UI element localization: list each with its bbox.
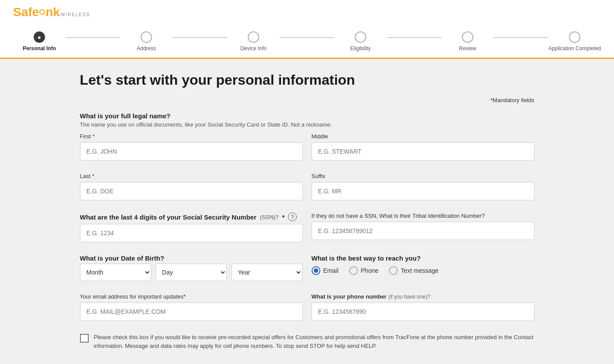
step-circle-personal-info: ● (34, 31, 45, 43)
step-label-eligibility: Eligibility (350, 45, 371, 52)
radio-email-label: Email (323, 267, 339, 274)
step-label-device-info: Device Info (240, 45, 267, 52)
step-personal-info[interactable]: ● Personal Info (13, 31, 66, 52)
radio-text-label: Text message (401, 267, 438, 274)
phone-input[interactable] (312, 302, 534, 321)
mandatory-label: *Mandatory fields (80, 97, 534, 103)
suffix-input[interactable] (312, 182, 534, 200)
phone-hint: (if you have one)? (388, 294, 430, 300)
ssn-question: What are the last 4 digits of your Socia… (80, 213, 257, 221)
suffix-col: Suffix (312, 173, 534, 200)
middle-label: Middle (312, 133, 534, 140)
dob-selects: Month JanuaryFebruaryMarch AprilMayJune … (80, 264, 303, 281)
radio-email-circle (312, 266, 320, 275)
phone-label: What is your phone number (312, 293, 387, 300)
page-title: Let's start with your personal informati… (80, 72, 534, 88)
full-name-hint: The name you use on official documents, … (80, 121, 534, 128)
month-select[interactable]: Month JanuaryFebruaryMarch AprilMayJune … (80, 264, 151, 281)
stepper: ● Personal Info Address Device Info Elig… (13, 24, 601, 58)
main-content: Let's start with your personal informati… (67, 72, 548, 364)
name-row-1: First * Middle (80, 133, 534, 161)
step-label-completed: Application Completed (548, 45, 601, 52)
dob-contact-row: What is your Date of Birth? Month Januar… (80, 254, 534, 281)
email-col: Your email address for important updates… (80, 293, 303, 321)
step-circle-completed (569, 31, 580, 43)
first-name-input[interactable] (80, 142, 303, 161)
last-suffix-section: Last * Suffix (80, 173, 534, 200)
step-circle-address (141, 31, 152, 43)
ssn-section: What are the last 4 digits of your Socia… (80, 213, 534, 242)
ssn-input[interactable] (80, 224, 303, 242)
logo: Safenk WIRELESS (13, 5, 601, 19)
step-circle-review (462, 31, 473, 43)
radio-text[interactable]: Text message (389, 266, 438, 275)
tribal-col: If they do not have a SSN, What is their… (312, 213, 534, 240)
step-label-personal-info: Personal Info (23, 45, 56, 52)
step-line-4 (387, 37, 441, 38)
step-line-2 (173, 37, 227, 38)
middle-col: Middle (312, 133, 534, 161)
middle-name-input[interactable] (312, 142, 534, 161)
radio-phone-circle (349, 266, 358, 275)
ssn-required: * (282, 213, 284, 221)
step-circle-eligibility (355, 31, 366, 43)
help-icon[interactable]: ? (288, 213, 297, 221)
radio-email[interactable]: Email (312, 266, 339, 275)
step-label-review: Review (459, 45, 476, 52)
step-eligibility[interactable]: Eligibility (334, 31, 387, 52)
email-phone-row: Your email address for important updates… (80, 293, 534, 321)
contact-question: What is the best way to reach you? (312, 254, 534, 262)
email-input[interactable] (80, 302, 303, 321)
day-select[interactable]: Day 12345 678910 1112131415 1617181920 2… (156, 264, 227, 281)
step-line-3 (280, 37, 334, 38)
logo-circle-icon (39, 9, 45, 15)
radio-phone[interactable]: Phone (349, 266, 378, 275)
year-select[interactable]: Year 2024202320102000 1990198019701960 1… (231, 264, 302, 281)
step-line-1 (66, 37, 120, 38)
ssn-row: What are the last 4 digits of your Socia… (80, 213, 534, 242)
dob-question: What is your Date of Birth? (80, 254, 303, 262)
step-device-info[interactable]: Device Info (227, 31, 280, 52)
suffix-label: Suffix (312, 173, 534, 179)
step-review[interactable]: Review (441, 31, 494, 52)
promo-checkbox[interactable] (80, 334, 89, 343)
radio-text-circle (389, 266, 398, 275)
tribal-input[interactable] (312, 222, 534, 240)
promo-checkbox-row: Please check this box if you would like … (80, 333, 534, 350)
promo-checkbox-text: Please check this box if you would like … (94, 333, 534, 350)
step-label-address: Address (137, 45, 156, 52)
first-label: First * (80, 133, 303, 140)
ssn-label-row: What are the last 4 digits of your Socia… (80, 213, 303, 221)
phone-label-row: What is your phone number (if you have o… (312, 293, 534, 300)
full-name-section: What is your full legal name? The name y… (80, 112, 534, 161)
last-name-input[interactable] (80, 182, 303, 200)
logo-wireless: WIRELESS (61, 13, 90, 17)
step-line-5 (494, 37, 548, 38)
last-label: Last * (80, 173, 303, 179)
last-col: Last * (80, 173, 303, 200)
logo-text: Safenk (13, 5, 60, 19)
step-circle-device-info (248, 31, 259, 43)
header: Safenk WIRELESS ● Personal Info Address … (0, 0, 614, 59)
step-address[interactable]: Address (120, 31, 173, 52)
contact-section: What is the best way to reach you? Email… (312, 254, 534, 275)
phone-col: What is your phone number (if you have o… (312, 293, 534, 321)
first-col: First * (80, 133, 303, 161)
name-row-2: Last * Suffix (80, 173, 534, 200)
full-name-question: What is your full legal name? (80, 112, 534, 120)
contact-options: Email Phone Text message (312, 266, 534, 275)
email-label: Your email address for important updates… (80, 293, 303, 300)
dob-section: What is your Date of Birth? Month Januar… (80, 254, 303, 281)
ssn-col: What are the last 4 digits of your Socia… (80, 213, 303, 242)
step-application-completed[interactable]: Application Completed (548, 31, 601, 52)
tribal-label: If they do not have a SSN, What is their… (312, 213, 534, 219)
radio-phone-label: Phone (361, 267, 378, 274)
ssn-sub: (SSN)? (260, 214, 279, 220)
